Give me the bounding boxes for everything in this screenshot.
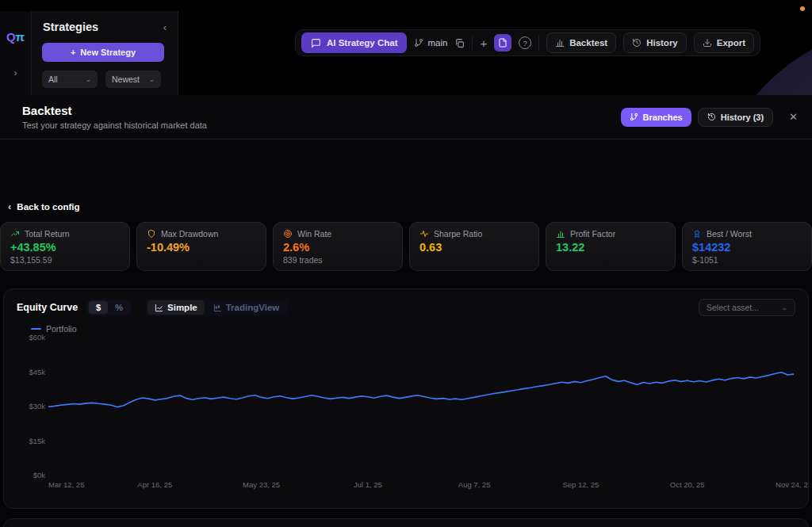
portfolio-line (48, 372, 794, 407)
history-icon (632, 38, 642, 48)
y-axis-tick: $15k (29, 437, 45, 445)
strategies-sidebar: Strategies ‹ + New Strategy All ⌄ Newest… (32, 11, 178, 95)
git-branch-icon (630, 113, 638, 121)
activity-icon (419, 229, 429, 239)
trending-up-icon (10, 229, 20, 239)
stat-value: $14232 (692, 241, 802, 254)
git-branch-icon (414, 38, 423, 48)
filter-all-value: All (48, 74, 58, 84)
bar-chart-icon (555, 38, 565, 48)
backtest-button[interactable]: Backtest (546, 32, 616, 53)
export-button[interactable]: Export (694, 32, 754, 53)
x-axis-tick: Mar 12, 25 (48, 480, 84, 489)
history-count-label: History (3) (721, 113, 764, 122)
expand-rail-button[interactable]: › (0, 67, 31, 78)
sidebar-title: Strategies (43, 21, 98, 33)
backtest-modal: Backtest Test your strategy against hist… (0, 95, 812, 527)
stat-card: Best / Worst$14232$-1051 (682, 222, 812, 271)
history-icon (707, 113, 716, 121)
copy-icon[interactable] (454, 38, 465, 48)
x-axis-tick: Aug 7, 25 (458, 480, 491, 489)
download-icon (703, 38, 712, 48)
back-to-config-link[interactable]: ‹ Back to config (8, 200, 80, 212)
x-axis-tick: May 23, 25 (243, 480, 280, 489)
history-count-button[interactable]: History (3) (698, 108, 773, 127)
y-axis-tick: $45k (29, 368, 45, 376)
equity-chart: $60k$45k$30k$15k$0kMar 12, 25Apr 16, 25M… (4, 289, 808, 508)
stat-sub-value: $13,155.59 (10, 255, 120, 265)
x-axis-tick: Apr 16, 25 (137, 480, 172, 489)
help-icon[interactable]: ? (519, 36, 531, 49)
stat-label: Sharpe Ratio (434, 229, 482, 239)
sort-newest-select[interactable]: Newest ⌄ (105, 71, 161, 88)
toolbar-divider (472, 36, 473, 50)
ai-strategy-chat-button[interactable]: AI Strategy Chat (301, 32, 407, 53)
app-logo: Qπ (0, 30, 31, 44)
modal-header: Backtest Test your strategy against hist… (0, 95, 812, 139)
y-axis-tick: $60k (29, 333, 45, 342)
new-strategy-label: New Strategy (80, 48, 136, 57)
sort-newest-value: Newest (112, 74, 140, 84)
x-axis-tick: Sep 12, 25 (562, 480, 599, 489)
left-rail: Qπ › (0, 11, 32, 95)
award-icon (692, 229, 702, 239)
stat-card: Max Drawdown-10.49% (136, 222, 266, 271)
stat-card: Sharpe Ratio0.63 (409, 222, 539, 271)
export-label: Export (717, 38, 745, 48)
toolbar-divider (538, 36, 539, 50)
stat-value: 0.63 (419, 241, 529, 254)
back-to-config-label: Back to config (17, 202, 79, 212)
close-icon[interactable]: ✕ (786, 109, 801, 124)
add-icon[interactable]: + (480, 37, 487, 49)
stat-label: Best / Worst (707, 229, 752, 239)
stat-card: Win Rate2.6%839 trades (273, 222, 403, 271)
ai-chat-label: AI Strategy Chat (327, 38, 397, 48)
stat-card: Profit Factor13.22 (546, 222, 676, 271)
stat-value: 2.6% (283, 241, 393, 254)
chevron-down-icon: ⌄ (85, 75, 91, 83)
stat-label: Max Drawdown (161, 229, 218, 239)
y-axis-tick: $0k (33, 471, 46, 479)
stat-card: Total Return+43.85%$13,155.59 (0, 222, 130, 271)
backtest-label: Backtest (569, 38, 607, 48)
x-axis-tick: Nov 24, 25 (776, 480, 808, 489)
modal-title: Backtest (22, 104, 207, 117)
stat-value: 13.22 (556, 241, 665, 254)
stat-label: Total Return (25, 229, 70, 239)
stats-row: Total Return+43.85%$13,155.59Max Drawdow… (0, 222, 812, 271)
x-axis-tick: Jul 1, 25 (354, 480, 382, 489)
stat-value: +43.85% (10, 241, 120, 254)
history-label: History (646, 38, 678, 48)
stat-label: Profit Factor (570, 229, 615, 239)
chevron-down-icon: ⌄ (148, 75, 155, 83)
branch-selector[interactable]: main (414, 38, 447, 48)
target-icon (283, 229, 293, 239)
y-axis-tick: $30k (29, 402, 45, 411)
plus-icon: + (71, 48, 75, 57)
trade-log-panel: Trade Log (839 trades) Date⇅Symbol⇅SideQ… (3, 518, 809, 527)
collapse-sidebar-icon[interactable]: ‹ (163, 21, 167, 33)
modal-subtitle: Test your strategy against historical ma… (22, 120, 207, 130)
stat-value: -10.49% (147, 241, 256, 254)
branch-name: main (427, 38, 447, 48)
file-button[interactable] (494, 34, 511, 52)
notification-dot (800, 6, 805, 11)
logo-pi: π (16, 30, 25, 44)
history-button[interactable]: History (623, 32, 687, 53)
shield-icon (147, 229, 156, 239)
modal-body: ‹ Back to config Total Return+43.85%$13,… (0, 139, 812, 527)
top-toolbar: AI Strategy Chat main + ? Backtest Histo… (295, 29, 760, 56)
trade-log-title: Trade Log (839 trades) (4, 519, 808, 527)
branches-button[interactable]: Branches (621, 108, 691, 127)
equity-curve-panel: Equity Curve $ % Simple TradingView (3, 288, 809, 509)
chat-icon (311, 38, 321, 48)
stat-sub-value: 839 trades (283, 255, 393, 265)
filter-all-select[interactable]: All ⌄ (42, 71, 98, 88)
file-icon (498, 38, 508, 48)
new-strategy-button[interactable]: + New Strategy (42, 43, 164, 62)
stat-sub-value: $-1051 (692, 255, 802, 265)
bar-chart-icon (556, 229, 565, 239)
logo-q: Q (6, 30, 16, 44)
chevron-left-icon: ‹ (8, 200, 11, 212)
x-axis-tick: Oct 20, 25 (670, 480, 705, 489)
